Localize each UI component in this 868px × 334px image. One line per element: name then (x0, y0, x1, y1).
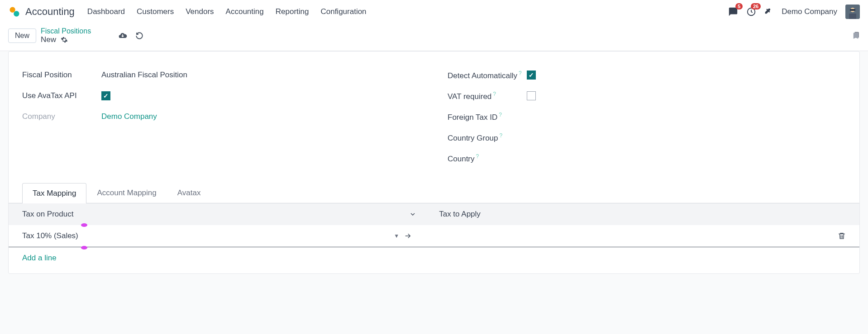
help-icon[interactable]: ? (499, 112, 502, 118)
breadcrumb-current: New (41, 35, 56, 44)
chevron-down-icon[interactable] (409, 211, 416, 218)
vat-required-checkbox[interactable] (527, 91, 536, 100)
svg-rect-6 (849, 14, 856, 19)
use-avatax-checkbox[interactable] (101, 91, 110, 100)
country-label: Country? (448, 153, 527, 164)
tab-account-mapping[interactable]: Account Mapping (86, 183, 167, 203)
bookmark-icon[interactable] (852, 31, 860, 41)
tab-avatax[interactable]: Avatax (167, 183, 211, 203)
delete-row-icon[interactable] (838, 232, 846, 240)
tab-tax-mapping[interactable]: Tax Mapping (22, 183, 86, 203)
gear-icon[interactable] (61, 36, 68, 43)
activities-icon[interactable]: 26 (746, 7, 756, 17)
top-nav: Accounting Dashboard Customers Vendors A… (0, 0, 868, 24)
fiscal-position-value[interactable]: Australian Fiscal Position (101, 71, 420, 80)
messages-badge: 5 (735, 3, 743, 9)
open-record-icon[interactable] (404, 232, 412, 240)
table-row: ▼ (9, 225, 859, 247)
breadcrumb-parent[interactable]: Fiscal Positions (41, 27, 91, 35)
nav-dashboard[interactable]: Dashboard (87, 7, 125, 16)
country-group-label: Country Group? (448, 132, 527, 143)
dropdown-caret-icon[interactable]: ▼ (394, 233, 399, 239)
new-button[interactable]: New (8, 28, 36, 43)
svg-rect-5 (850, 9, 855, 11)
activities-badge: 26 (751, 3, 761, 9)
cursor-indicator-icon (81, 246, 87, 249)
tax-mapping-table: Tax on Product Tax to Apply ▼ (9, 203, 859, 269)
breadcrumb-row: New Fiscal Positions New (0, 24, 868, 51)
form-sheet: Fiscal Position Australian Fiscal Positi… (8, 51, 860, 274)
use-avatax-label: Use AvaTax API (22, 91, 101, 100)
help-icon[interactable]: ? (519, 70, 522, 76)
app-title[interactable]: Accounting (25, 6, 75, 18)
tax-on-product-input[interactable] (22, 231, 394, 240)
foreign-tax-label: Foreign Tax ID? (448, 112, 527, 122)
detect-auto-label: Detect Automatically? (448, 70, 527, 80)
company-selector[interactable]: Demo Company (782, 7, 837, 16)
help-icon[interactable]: ? (476, 153, 479, 160)
help-icon[interactable]: ? (500, 132, 503, 139)
form-right-column: Detect Automatically? VAT required? Fore… (448, 65, 846, 169)
nav-vendors[interactable]: Vendors (186, 7, 214, 16)
messages-icon[interactable]: 5 (728, 7, 738, 17)
notebook-tabs: Tax Mapping Account Mapping Avatax (9, 183, 859, 203)
tools-icon[interactable] (764, 7, 773, 16)
nav-reporting[interactable]: Reporting (276, 7, 309, 16)
form-left-column: Fiscal Position Australian Fiscal Positi… (22, 65, 420, 169)
fiscal-position-label: Fiscal Position (22, 71, 101, 80)
app-logo-icon[interactable] (8, 5, 21, 18)
nav-right: 5 26 Demo Company (728, 5, 860, 19)
help-icon[interactable]: ? (493, 91, 496, 97)
nav-menu: Dashboard Customers Vendors Accounting R… (87, 7, 367, 16)
add-line-button[interactable]: Add a line (9, 247, 859, 269)
company-value[interactable]: Demo Company (101, 112, 420, 121)
nav-accounting[interactable]: Accounting (226, 7, 264, 16)
vat-required-label: VAT required? (448, 91, 527, 101)
detect-auto-checkbox[interactable] (527, 71, 536, 80)
discard-icon[interactable] (135, 32, 143, 40)
tax-to-apply-cell[interactable] (425, 230, 838, 242)
nav-configuration[interactable]: Configuration (320, 7, 366, 16)
table-header: Tax on Product Tax to Apply (9, 203, 859, 225)
company-label: Company (22, 112, 101, 121)
col-tax-to-apply[interactable]: Tax to Apply (425, 203, 859, 225)
nav-customers[interactable]: Customers (137, 7, 174, 16)
cloud-save-icon[interactable] (118, 31, 127, 40)
col-tax-on-product[interactable]: Tax on Product (9, 203, 425, 225)
user-avatar[interactable] (845, 5, 860, 19)
